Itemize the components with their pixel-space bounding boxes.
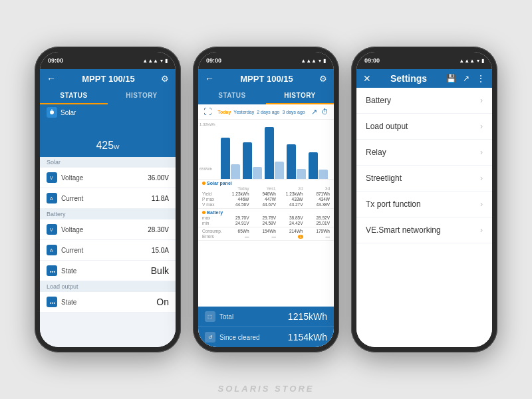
wifi-icon: ▾ xyxy=(160,58,163,64)
chart-y-top: 1.32kWh xyxy=(200,122,215,126)
total-value: 1215kWh xyxy=(288,311,327,322)
phone-1: 09:00 ▲▲▲ ▾ ▮ ← MPPT 100/15 ⚙ STATUS HIS… xyxy=(35,47,181,352)
app-title-2: MPPT 100/15 xyxy=(240,74,293,84)
save-icon[interactable]: 💾 xyxy=(446,74,456,83)
settings-relay-label: Relay xyxy=(366,148,386,157)
phone-2: 09:00 ▲▲▲ ▾ ▮ ← MPPT 100/15 ⚙ STATUS HIS… xyxy=(193,47,339,352)
cleared-label: Since cleared xyxy=(219,334,260,341)
solar-current-label: Current xyxy=(61,195,83,202)
total-label: Total xyxy=(219,313,233,321)
solar-dot xyxy=(202,182,205,185)
settings-txport-label: Tx port function xyxy=(366,200,421,209)
batt-max-yest: 29.78V xyxy=(250,215,277,220)
signal-icon-3: ▲▲▲ xyxy=(459,58,475,64)
settings-icon-1[interactable]: ⚙ xyxy=(161,74,169,84)
batt-min-today: 24.91V xyxy=(223,221,249,225)
tab-bar-1: STATUS HISTORY xyxy=(40,88,176,104)
batt-min-label: min xyxy=(202,221,222,225)
battery-current-value: 15.0A xyxy=(152,247,169,254)
svg-text:V: V xyxy=(50,176,53,180)
cleared-icon: ↺ xyxy=(205,332,215,342)
clock-icon[interactable]: ⏱ xyxy=(321,108,329,116)
total-icon: ⬚ xyxy=(205,311,215,322)
batt-max-today: 29.70V xyxy=(223,215,249,220)
chevron-battery: › xyxy=(480,96,483,105)
back-button-2[interactable]: ← xyxy=(205,73,214,84)
day-yesterday[interactable]: Yesterday xyxy=(233,110,254,114)
battery-current-label: Current xyxy=(61,247,83,254)
battery-stats-title: Battery xyxy=(207,210,223,215)
share-icon-3[interactable]: ↗ xyxy=(463,74,469,83)
pmax-3d: 434W xyxy=(304,197,331,201)
pmax-label: P max xyxy=(202,197,222,201)
back-button-1[interactable]: ← xyxy=(47,73,56,84)
col-today: Today xyxy=(223,186,249,191)
battery-state-label: State xyxy=(61,267,76,275)
chevron-load: › xyxy=(480,122,483,131)
close-button[interactable]: ✕ xyxy=(363,73,371,84)
battery-voltage-value: 28.30V xyxy=(148,226,169,233)
settings-row-vesmart[interactable]: VE.Smart networking › xyxy=(356,217,492,243)
svg-text:A: A xyxy=(50,248,53,253)
share-icon[interactable]: ↗ xyxy=(311,108,317,116)
svg-text:A: A xyxy=(50,196,53,201)
tab-status-1[interactable]: STATUS xyxy=(40,88,108,104)
load-group-label: Load output xyxy=(40,281,176,292)
day-today[interactable]: Today xyxy=(217,110,231,114)
tab-status-2[interactable]: STATUS xyxy=(198,88,266,104)
solar-voltage-label: Voltage xyxy=(61,174,83,182)
errors-label: Errors xyxy=(202,234,222,239)
settings-header: ✕ Settings 💾 ↗ ⋮ xyxy=(356,69,492,88)
vmax-yest: 44.67V xyxy=(250,202,277,207)
vmax-today: 44.56V xyxy=(223,202,249,207)
solar-voltage-value: 36.00V xyxy=(148,174,169,182)
cleared-value: 1154kWh xyxy=(288,332,327,342)
tab-history-1[interactable]: HISTORY xyxy=(108,88,176,104)
settings-row-load[interactable]: Load output › xyxy=(356,114,492,140)
phone-3: 09:00 ▲▲▲ ▾ ▮ ✕ Settings 💾 ↗ ⋮ xyxy=(351,47,497,352)
battery-icon: ▮ xyxy=(165,58,168,64)
pmax-yest: 447W xyxy=(250,197,277,201)
col-yesterday: Yest. xyxy=(250,186,277,191)
batt-min-yest: 24.58V xyxy=(250,221,277,225)
load-state-value: On xyxy=(156,297,169,307)
solar-current-value: 11.8A xyxy=(152,195,169,202)
settings-row-battery[interactable]: Battery › xyxy=(356,88,492,114)
settings-icon-2[interactable]: ⚙ xyxy=(319,74,327,84)
settings-row-streetlight[interactable]: Streetlight › xyxy=(356,166,492,192)
settings-row-relay[interactable]: Relay › xyxy=(356,140,492,166)
battery-voltage-row: V Voltage 28.30V xyxy=(40,219,176,240)
solar-power-unit: W xyxy=(114,144,120,150)
voltage-icon-battery: V xyxy=(47,224,57,235)
settings-battery-label: Battery xyxy=(366,96,391,105)
col-2days: 2d xyxy=(277,186,303,191)
day-2ago[interactable]: 2 days ago xyxy=(257,110,279,114)
pmax-today: 446W xyxy=(223,197,249,201)
expand-icon[interactable]: ⛶ xyxy=(203,107,211,116)
tab-history-2[interactable]: HISTORY xyxy=(266,88,334,104)
yield-yest: 946Wh xyxy=(250,192,277,196)
day-3ago[interactable]: 3 days ago xyxy=(282,110,305,114)
current-icon-solar: A xyxy=(47,193,57,203)
settings-content: Battery › Load output › Relay › Streetli… xyxy=(356,88,492,347)
time-2: 09:00 xyxy=(206,57,221,64)
consump-label: Consump. xyxy=(202,229,222,233)
battery-current-row: A Current 15.0A xyxy=(40,240,176,261)
signal-icon-2: ▲▲▲ xyxy=(301,58,317,64)
current-icon-battery: A xyxy=(47,245,57,255)
battery-group-label: Battery xyxy=(40,209,176,219)
settings-load-label: Load output xyxy=(366,122,408,131)
battery-dot xyxy=(202,211,205,214)
battery-icon-2: ▮ xyxy=(323,58,326,64)
pmax-2d: 433W xyxy=(277,197,303,201)
yield-2d: 1.23kWh xyxy=(277,192,303,196)
battery-icon-3: ▮ xyxy=(481,58,484,64)
battery-voltage-label: Voltage xyxy=(61,226,83,233)
svg-point-0 xyxy=(50,110,54,114)
signal-icon: ▲▲▲ xyxy=(142,58,158,64)
state-icon-load: ●●● xyxy=(47,297,57,307)
solar-power-value: 425 xyxy=(96,140,114,151)
vmax-label: V max xyxy=(202,202,222,207)
more-icon[interactable]: ⋮ xyxy=(476,73,485,84)
settings-row-txport[interactable]: Tx port function › xyxy=(356,192,492,217)
